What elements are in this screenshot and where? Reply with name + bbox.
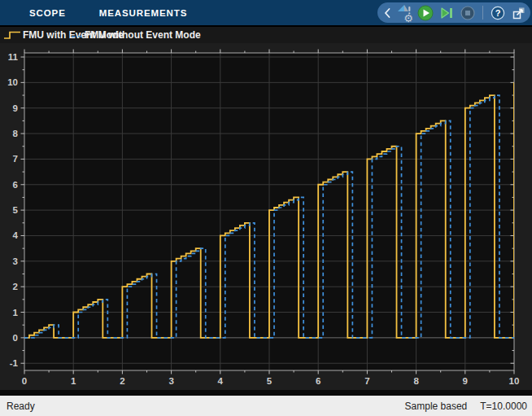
svg-text:0: 0 [22, 376, 27, 386]
svg-text:5: 5 [13, 205, 19, 215]
svg-text:11: 11 [8, 52, 19, 62]
svg-text:10: 10 [509, 376, 520, 386]
svg-text:3: 3 [168, 376, 173, 386]
help-question-glyph: ? [495, 8, 501, 18]
stop-button[interactable] [460, 4, 476, 21]
svg-text:0: 0 [13, 333, 18, 343]
svg-text:1: 1 [71, 376, 76, 386]
legend-item-fmu-without-event-mode[interactable]: FMU without Event Mode [72, 27, 201, 43]
plot-bottom-gap [0, 390, 532, 396]
svg-text:4: 4 [13, 230, 19, 240]
quick-access-toolbar: ⚙ [377, 2, 530, 23]
svg-text:1: 1 [13, 308, 19, 317]
svg-text:2: 2 [120, 376, 124, 386]
toolbar-separator [482, 6, 483, 20]
svg-text:3: 3 [13, 256, 18, 266]
legend-dashed-line-icon [72, 28, 83, 42]
simulation-time-label: T=10.0000 [480, 401, 527, 412]
collapse-chevron-icon[interactable] [383, 4, 391, 21]
svg-text:8: 8 [13, 129, 19, 138]
svg-text:8: 8 [413, 376, 419, 386]
svg-text:2: 2 [13, 282, 18, 291]
legend-label: FMU without Event Mode [85, 29, 201, 41]
svg-text:7: 7 [13, 154, 18, 164]
svg-text:7: 7 [364, 376, 369, 386]
tab-measurements[interactable]: MEASUREMENTS [99, 8, 188, 18]
svg-text:4: 4 [218, 376, 224, 386]
help-button[interactable]: ? [490, 4, 506, 21]
scope-plot-canvas[interactable]: 012345678910-101234567891011 [0, 43, 532, 396]
run-button[interactable] [417, 4, 434, 21]
gear-icon: ⚙ [403, 13, 413, 24]
status-bar: Ready Sample based T=10.0000 [0, 396, 532, 416]
dock-icon[interactable] [511, 4, 527, 21]
tab-scope[interactable]: SCOPE [29, 8, 66, 18]
svg-text:-1: -1 [10, 358, 19, 368]
legend-step-line-icon [3, 28, 21, 42]
svg-text:9: 9 [13, 103, 18, 113]
svg-text:10: 10 [7, 77, 18, 87]
svg-text:6: 6 [13, 180, 18, 190]
status-text: Ready [7, 401, 35, 412]
sample-mode-label: Sample based [405, 401, 468, 412]
svg-text:5: 5 [267, 376, 273, 386]
step-forward-button[interactable] [438, 4, 455, 21]
simulation-settings-icon[interactable]: ⚙ [396, 4, 412, 21]
svg-text:9: 9 [463, 376, 468, 386]
toolstrip: SCOPE MEASUREMENTS ⚙ [0, 0, 532, 25]
scope-window: SCOPE MEASUREMENTS ⚙ [0, 0, 532, 416]
legend-bar: FMU with Event Mode FMU without Event Mo… [0, 27, 532, 43]
scope-plot-area[interactable]: 012345678910-101234567891011 [0, 43, 532, 396]
svg-text:6: 6 [316, 376, 321, 386]
